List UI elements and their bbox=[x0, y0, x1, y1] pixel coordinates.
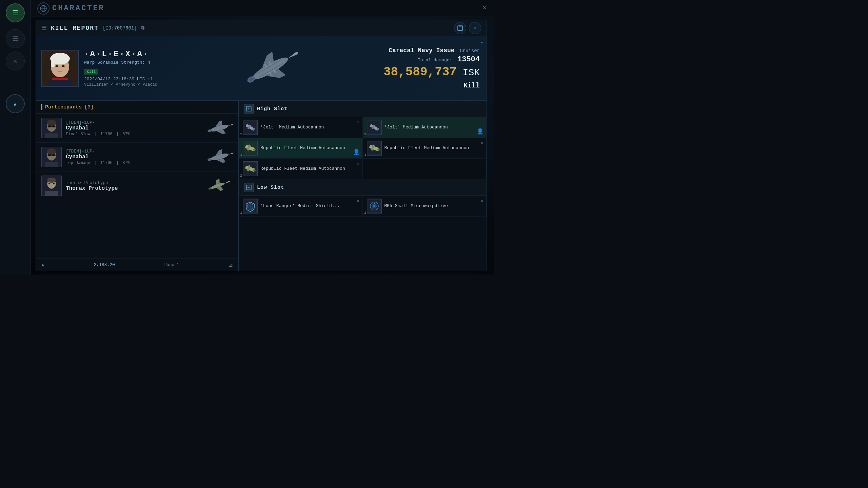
kill-badge: Kill bbox=[84, 69, 98, 75]
sidebar-close-button[interactable]: ✕ bbox=[6, 52, 25, 70]
star-icon: ★ bbox=[13, 100, 17, 108]
result-label: Kill bbox=[383, 82, 480, 89]
svg-point-78 bbox=[372, 203, 377, 209]
svg-rect-11 bbox=[48, 80, 71, 86]
isk-label: ISK bbox=[463, 67, 480, 78]
kr-content: Participants [3] bbox=[36, 101, 487, 271]
participants-count: [3] bbox=[84, 104, 94, 110]
item-icon bbox=[243, 199, 258, 214]
ship-image bbox=[233, 41, 308, 96]
participant-avatar bbox=[41, 147, 62, 167]
svg-point-8 bbox=[56, 65, 58, 67]
list-item[interactable]: [TDEM]-1UP- Cynabal Top Damage | 11766 |… bbox=[36, 143, 238, 171]
ship-class: Cruiser bbox=[460, 48, 480, 54]
ship-container bbox=[157, 41, 383, 96]
app-close-button[interactable]: × bbox=[482, 4, 487, 13]
person-icon: 👤 bbox=[353, 149, 360, 156]
export-button[interactable] bbox=[454, 22, 466, 34]
kr-menu-icon[interactable]: ☰ bbox=[41, 24, 47, 32]
item-name: Republic Fleet Medium Autocannon bbox=[384, 145, 469, 151]
svg-rect-26 bbox=[45, 133, 58, 138]
sidebar-star-button[interactable]: ★ bbox=[6, 94, 25, 113]
sidebar-nav-button[interactable]: ☰ bbox=[6, 29, 25, 48]
participant-name: Cynabal bbox=[66, 125, 202, 131]
slot-qty: 1 bbox=[240, 153, 242, 157]
remove-icon[interactable]: × bbox=[481, 141, 484, 146]
topbar: CHARACTER × bbox=[31, 0, 494, 17]
hamburger-icon: ☰ bbox=[12, 9, 18, 17]
svg-point-47 bbox=[53, 183, 55, 184]
high-slot-icon bbox=[244, 104, 254, 114]
slot-item[interactable]: 1 Republic Fleet Medium Autocannon � bbox=[239, 138, 362, 159]
participant-corp: [TDEM]-1UP- bbox=[66, 149, 202, 154]
item-name: MK5 Small Microwarpdrive bbox=[384, 203, 448, 209]
character-name: ·A·L·E·X·A· bbox=[84, 49, 157, 59]
copy-icon[interactable]: ⧉ bbox=[141, 25, 144, 31]
sidebar: ☰ ☰ ✕ ★ bbox=[0, 0, 31, 274]
participant-ship bbox=[206, 176, 233, 196]
total-damage-value: 13504 bbox=[457, 55, 480, 64]
remove-icon[interactable]: × bbox=[357, 199, 359, 204]
high-slot-grid: 1 'Jolt' Medium Autocannon × bbox=[239, 117, 487, 179]
list-item[interactable]: [TDEM]-1UP- Cynabal Final Blow | 11766 |… bbox=[36, 114, 238, 143]
kr-title: KILL REPORT bbox=[51, 25, 99, 32]
svg-point-45 bbox=[47, 178, 56, 183]
bottom-icon: ▲ bbox=[41, 262, 44, 268]
slot-item[interactable]: 1 MK5 Small Microwarpdrive bbox=[363, 196, 487, 217]
remove-icon[interactable]: × bbox=[481, 199, 484, 204]
kr-actions: × bbox=[454, 22, 481, 34]
close-icon: × bbox=[473, 25, 477, 31]
kill-info-bar: ✦ bbox=[36, 36, 487, 101]
slot-item[interactable]: 1 'Jolt' Medium Autocannon × bbox=[239, 117, 362, 138]
item-icon bbox=[243, 141, 258, 156]
low-slot-title: Low Slot bbox=[257, 185, 284, 190]
slot-qty: 1 bbox=[364, 153, 367, 157]
slot-qty: 1 bbox=[364, 211, 367, 215]
slot-item[interactable]: 1 Republic Fleet Medium Autocannon × bbox=[239, 159, 362, 179]
svg-rect-39 bbox=[52, 154, 56, 156]
high-slot-title: High Slot bbox=[257, 106, 288, 112]
bottom-value: 2,188.20 bbox=[94, 262, 115, 267]
character-avatar bbox=[41, 50, 79, 87]
remove-icon[interactable]: × bbox=[357, 161, 359, 167]
participants-list: [TDEM]-1UP- Cynabal Final Blow | 11766 |… bbox=[36, 114, 238, 259]
slot-item[interactable]: 1 'Jolt' Medium Autocannon 👤 bbox=[363, 117, 487, 138]
svg-rect-28 bbox=[52, 125, 56, 127]
participant-corp: [TDEM]-1UP- bbox=[66, 120, 202, 125]
item-icon bbox=[367, 199, 382, 214]
low-slot-header: Low Slot bbox=[239, 179, 487, 196]
participant-corp: Thorax Prototype bbox=[66, 180, 202, 185]
kr-id: [ID:7007601] bbox=[103, 25, 137, 31]
isk-value: 38,589,737 bbox=[383, 65, 457, 79]
item-icon bbox=[243, 120, 258, 135]
slot-item[interactable]: 1 Republic Fleet Medium Autocannon × bbox=[363, 138, 487, 159]
kr-close-button[interactable]: × bbox=[469, 22, 481, 34]
page-info: Page 1 bbox=[164, 263, 179, 267]
remove-icon[interactable]: × bbox=[357, 120, 359, 125]
kill-report-panel: ☰ KILL REPORT [ID:7007601] ⧉ × ✦ bbox=[36, 20, 487, 271]
participant-info: Thorax Prototype Thorax Prototype bbox=[66, 180, 202, 191]
item-icon bbox=[367, 141, 382, 156]
kill-report-header: ☰ KILL REPORT [ID:7007601] ⧉ × bbox=[36, 20, 487, 36]
participants-panel: Participants [3] bbox=[36, 101, 239, 271]
item-icon bbox=[243, 161, 258, 176]
app-title: CHARACTER bbox=[52, 4, 105, 13]
high-slot-header: High Slot bbox=[239, 101, 487, 117]
participants-title: Participants bbox=[45, 104, 82, 110]
star-decoration: ✦ bbox=[481, 40, 483, 45]
sidebar-menu-button[interactable]: ☰ bbox=[6, 3, 25, 22]
filter-icon[interactable]: ⊿ bbox=[229, 262, 233, 268]
item-name: Republic Fleet Medium Autocannon bbox=[260, 145, 345, 151]
total-damage-label: Total damage: bbox=[418, 58, 452, 63]
item-icon bbox=[367, 120, 382, 135]
slot-item[interactable]: 1 'Lone Ranger' Medium Shield... × bbox=[239, 196, 362, 217]
participants-header: Participants [3] bbox=[36, 101, 238, 114]
item-name: 'Jolt' Medium Autocannon bbox=[260, 125, 324, 130]
section-bar bbox=[41, 104, 42, 110]
x-icon: ✕ bbox=[13, 57, 17, 65]
list-item[interactable]: Thorax Prototype Thorax Prototype bbox=[36, 171, 238, 200]
participant-name: Cynabal bbox=[66, 154, 202, 160]
kill-stats: Caracal Navy Issue Cruiser Total damage:… bbox=[383, 47, 480, 89]
slot-qty: 1 bbox=[364, 132, 367, 136]
low-slot-grid: 1 'Lone Ranger' Medium Shield... × 1 bbox=[239, 196, 487, 217]
